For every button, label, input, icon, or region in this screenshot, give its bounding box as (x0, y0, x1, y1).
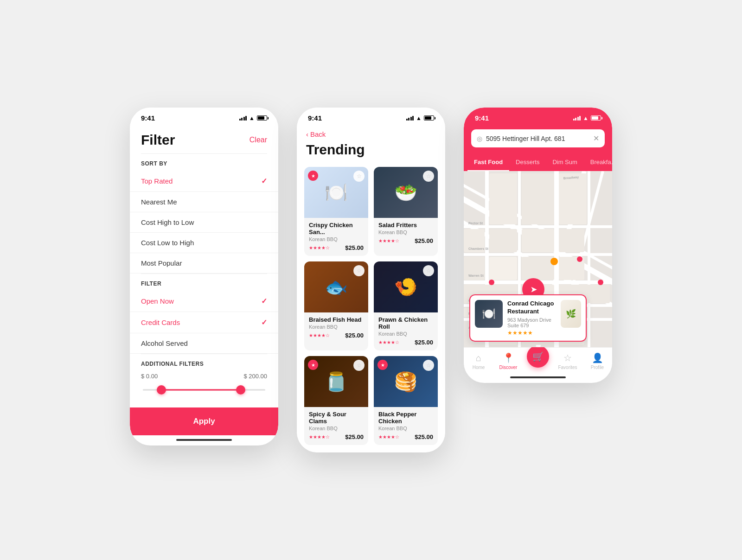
restaurant-image: 🍽️ (475, 300, 503, 328)
food-star-btn-5[interactable]: ☆ (353, 360, 365, 371)
cat-tab-breakfast[interactable]: Breakfa... (584, 154, 612, 171)
sort-cost-low-high-label: Cost Low to High (141, 239, 194, 247)
slider-thumb-right[interactable] (236, 385, 245, 395)
filter-credit-cards-check: ✓ (261, 318, 267, 327)
food-star-btn-2[interactable]: ☆ (423, 171, 434, 182)
filter-label: FILTER (130, 274, 278, 291)
nav-discover[interactable]: 📍 Discover (497, 352, 520, 370)
search-clear-icon[interactable]: ✕ (593, 134, 599, 143)
map-area[interactable]: Broadway Rector St Chambers St Warren St… (464, 171, 612, 347)
svg-text:Warren St: Warren St (468, 274, 484, 277)
search-bar[interactable]: ◎ 5095 Hettinger Hill Apt. 681 ✕ (471, 129, 605, 147)
category-tabs: Fast Food Desserts Dim Sum Breakfa... (464, 154, 612, 171)
price-slider[interactable] (143, 385, 265, 395)
food-name-6: Black Pepper Chicken (378, 411, 433, 425)
food-info-6: Black Pepper Chicken Korean BBQ ★★★★☆ $2… (374, 407, 438, 445)
status-icons-1: ▲ (239, 115, 267, 121)
filter-clear-button[interactable]: Clear (249, 136, 267, 144)
filter-header: Filter Clear (130, 125, 278, 153)
food-info-3: Braised Fish Head Korean BBQ ★★★★☆ $25.0… (304, 312, 368, 344)
food-footer-2: ★★★★☆ $25.00 (378, 237, 433, 244)
sort-cost-high-low[interactable]: Cost High to Low (130, 212, 278, 233)
price-max-label: $ 200.00 (243, 373, 267, 380)
sort-nearest-me-label: Nearest Me (141, 198, 177, 206)
cart-button[interactable]: 🛒 (527, 345, 549, 368)
sort-top-rated[interactable]: Top Rated ✓ (130, 171, 278, 192)
nav-favorites[interactable]: ☆ Favorites (556, 352, 579, 370)
price-range-labels: $ 0.00 $ 200.00 (141, 373, 267, 380)
food-footer-1: ★★★★☆ $25.00 (309, 244, 364, 251)
apply-button[interactable]: Apply (130, 407, 278, 435)
svg-rect-20 (559, 229, 584, 252)
food-star-btn-3[interactable]: ☆ (353, 265, 365, 276)
nav-profile[interactable]: 👤 Profile (586, 352, 609, 370)
status-icons-2: ▲ (406, 115, 434, 121)
filter-screen: 9:41 ▲ Filter Clear (130, 108, 278, 445)
sort-nearest-me[interactable]: Nearest Me (130, 192, 278, 212)
food-card-3[interactable]: 🐟 ☆ Braised Fish Head Korean BBQ ★★★★☆ $… (304, 261, 368, 350)
food-category-5: Korean BBQ (309, 426, 364, 431)
slider-thumb-left[interactable] (157, 385, 166, 395)
wifi-icon-3: ▲ (583, 115, 588, 121)
food-card-6[interactable]: 🥞 ★ ☆ Black Pepper Chicken Korean BBQ ★★… (374, 356, 438, 445)
trending-content: ‹ Back Trending 🍽️ ★ ☆ Crispy (297, 125, 445, 452)
food-image-5: 🫙 ★ ☆ (304, 356, 368, 407)
food-card-2[interactable]: 🥗 ☆ Salad Fritters Korean BBQ ★★★★☆ $25.… (374, 167, 438, 256)
sort-top-rated-label: Top Rated (141, 177, 173, 185)
nav-cart[interactable]: 🛒 (526, 355, 550, 368)
svg-rect-23 (489, 257, 517, 280)
food-category-6: Korean BBQ (378, 426, 433, 431)
cat-tab-desserts[interactable]: Desserts (509, 154, 546, 171)
food-name-4: Prawn & Chicken Roll (378, 316, 433, 330)
profile-icon: 👤 (592, 352, 603, 363)
food-category-3: Korean BBQ (309, 324, 364, 330)
home-indicator-3 (510, 376, 566, 378)
battery-icon-1 (257, 115, 267, 121)
food-info-2: Salad Fritters Korean BBQ ★★★★☆ $25.00 (374, 218, 438, 249)
signal-icon-2 (406, 116, 414, 121)
svg-rect-18 (489, 229, 517, 252)
food-price-4: $25.00 (415, 339, 433, 346)
food-name-5: Spicy & Sour Clams (309, 411, 364, 425)
filter-open-now[interactable]: Open Now ✓ (130, 291, 278, 312)
svg-point-49 (489, 280, 494, 285)
cat-tab-dimsum[interactable]: Dim Sum (546, 154, 583, 171)
filter-alcohol-served[interactable]: Alcohol Served (130, 333, 278, 354)
signal-icon-3 (573, 116, 581, 121)
sort-most-popular[interactable]: Most Popular (130, 253, 278, 274)
svg-rect-19 (522, 229, 554, 252)
food-name-1: Crispy Chicken San... (309, 222, 364, 235)
svg-text:➤: ➤ (531, 286, 537, 293)
nav-home[interactable]: ⌂ Home (467, 353, 490, 370)
food-stars-4: ★★★★☆ (378, 340, 399, 345)
svg-point-50 (550, 258, 558, 265)
additional-filters-label: ADDITIONAL FILTERS (141, 361, 267, 373)
food-star-btn-4[interactable]: ☆ (423, 265, 434, 276)
status-bar-1: 9:41 ▲ (130, 108, 278, 125)
food-image-4: 🍤 ☆ (374, 261, 438, 312)
filter-credit-cards[interactable]: Credit Cards ✓ (130, 312, 278, 333)
svg-rect-15 (489, 173, 517, 224)
food-card-1[interactable]: 🍽️ ★ ☆ Crispy Chicken San... Korean BBQ … (304, 167, 368, 256)
food-star-btn-1[interactable]: ☆ (353, 171, 365, 182)
restaurant-thumb: 🌿 (561, 300, 581, 328)
food-info-5: Spicy & Sour Clams Korean BBQ ★★★★☆ $25.… (304, 407, 368, 445)
battery-icon-2 (424, 115, 434, 121)
back-button[interactable]: ‹ Back (306, 130, 436, 138)
status-time-2: 9:41 (308, 114, 322, 122)
food-category-1: Korean BBQ (309, 236, 364, 242)
svg-rect-17 (559, 173, 587, 224)
food-card-4[interactable]: 🍤 ☆ Prawn & Chicken Roll Korean BBQ ★★★★… (374, 261, 438, 350)
status-icons-3: ▲ (573, 115, 601, 121)
food-star-btn-6[interactable]: ☆ (423, 360, 434, 371)
food-badge-5: ★ (308, 360, 318, 370)
nav-profile-label: Profile (591, 365, 604, 370)
sort-cost-low-high[interactable]: Cost Low to High (130, 233, 278, 253)
food-badge-1: ★ (308, 171, 318, 181)
wifi-icon-2: ▲ (416, 115, 422, 121)
food-image-3: 🐟 ☆ (304, 261, 368, 312)
cat-tab-fastfood[interactable]: Fast Food (467, 154, 509, 171)
food-card-5[interactable]: 🫙 ★ ☆ Spicy & Sour Clams Korean BBQ ★★★★… (304, 356, 368, 445)
nav-home-label: Home (473, 365, 485, 370)
restaurant-card[interactable]: 🍽️ Conrad Chicago Restaurant 963 Madyson… (469, 294, 587, 342)
